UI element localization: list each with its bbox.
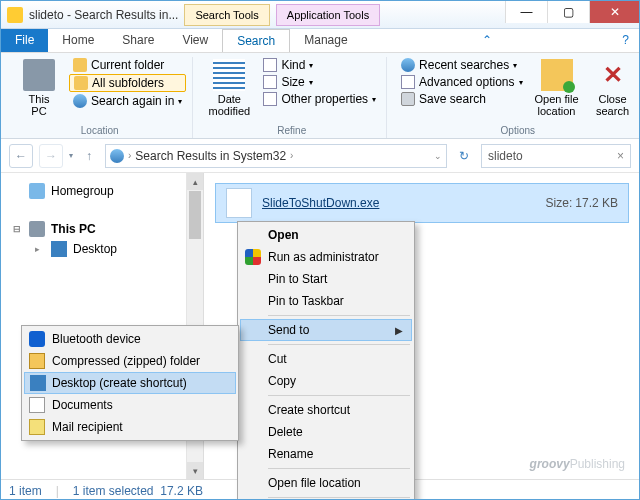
scroll-down-icon[interactable]: ▾ xyxy=(187,462,203,479)
sendto-documents[interactable]: Documents xyxy=(24,394,236,416)
ctx-divider xyxy=(268,315,410,316)
sendto-bluetooth[interactable]: Bluetooth device xyxy=(24,328,236,350)
contextual-tab-search[interactable]: Search Tools xyxy=(184,4,269,26)
file-item-selected[interactable]: SlideToShutDown.exe Size: 17.2 KB xyxy=(215,183,629,223)
refresh-button[interactable]: ↻ xyxy=(453,145,475,167)
history-dropdown-icon[interactable]: ▾ xyxy=(69,151,73,160)
nav-homegroup[interactable]: Homegroup xyxy=(11,181,182,201)
search-icon xyxy=(73,94,87,108)
ribbon: This PC Current folder All subfolders Se… xyxy=(1,53,639,139)
sendto-desktop-shortcut[interactable]: Desktop (create shortcut) xyxy=(24,372,236,394)
ctx-label: Pin to Start xyxy=(268,272,327,286)
maximize-button[interactable]: ▢ xyxy=(547,1,589,23)
ctx-run-admin[interactable]: Run as administrator xyxy=(240,246,412,268)
ctx-pin-taskbar[interactable]: Pin to Taskbar xyxy=(240,290,412,312)
minimize-button[interactable]: — xyxy=(505,1,547,23)
ctx-create-shortcut[interactable]: Create shortcut xyxy=(240,399,412,421)
ctx-label: Cut xyxy=(268,352,287,366)
ctx-pin-start[interactable]: Pin to Start xyxy=(240,268,412,290)
contextual-tab-application[interactable]: Application Tools xyxy=(276,4,380,26)
back-button[interactable]: ← xyxy=(9,144,33,168)
close-button[interactable]: ✕ xyxy=(589,1,639,23)
address-dropdown-icon[interactable]: ⌄ xyxy=(434,151,442,161)
ctx-divider xyxy=(268,497,410,498)
ctx-send-to[interactable]: Send to▶ xyxy=(240,319,412,341)
sendto-submenu: Bluetooth device Compressed (zipped) fol… xyxy=(21,325,239,441)
nav-this-pc[interactable]: ⊟This PC xyxy=(11,219,182,239)
collapse-ribbon-icon[interactable]: ⌃ xyxy=(472,29,502,52)
open-file-location-button[interactable]: Open file location xyxy=(531,57,583,119)
date-modified-label: Date modified xyxy=(209,93,251,117)
ctx-delete[interactable]: Delete xyxy=(240,421,412,443)
help-button[interactable]: ? xyxy=(612,29,639,52)
pc-icon xyxy=(23,59,55,91)
other-props-label: Other properties xyxy=(281,92,368,106)
this-pc-button[interactable]: This PC xyxy=(13,57,65,119)
tab-view[interactable]: View xyxy=(168,29,222,52)
file-menu[interactable]: File xyxy=(1,29,48,52)
desktop-icon xyxy=(51,241,67,257)
ctx-divider xyxy=(268,344,410,345)
tab-manage[interactable]: Manage xyxy=(290,29,361,52)
size-button[interactable]: Size ▾ xyxy=(259,74,380,90)
search-input[interactable]: slideto × xyxy=(481,144,631,168)
recent-searches-button[interactable]: Recent searches ▾ xyxy=(397,57,526,73)
ctx-label: Run as administrator xyxy=(268,250,379,264)
save-search-button[interactable]: Save search xyxy=(397,91,526,107)
all-subfolders-button[interactable]: All subfolders xyxy=(69,74,186,92)
kind-button[interactable]: Kind ▾ xyxy=(259,57,380,73)
ctx-label: Pin to Taskbar xyxy=(268,294,344,308)
ctx-label: Open xyxy=(268,228,299,242)
recent-icon xyxy=(401,58,415,72)
status-item-count: 1 item xyxy=(9,484,42,498)
props-icon xyxy=(263,92,277,106)
advanced-options-button[interactable]: Advanced options ▾ xyxy=(397,74,526,90)
date-modified-button[interactable]: Date modified xyxy=(203,57,255,119)
address-bar[interactable]: › Search Results in System32 › ⌄ xyxy=(105,144,447,168)
ctx-cut[interactable]: Cut xyxy=(240,348,412,370)
watermark: groovyPublishing xyxy=(530,452,625,473)
search-again-button[interactable]: Search again in ▾ xyxy=(69,93,186,109)
current-folder-button[interactable]: Current folder xyxy=(69,57,186,73)
other-props-button[interactable]: Other properties ▾ xyxy=(259,91,380,107)
close-search-button[interactable]: ✕ Close search xyxy=(587,57,639,119)
ribbon-group-refine: Date modified Kind ▾ Size ▾ Other proper… xyxy=(197,57,387,138)
forward-button[interactable]: → xyxy=(39,144,63,168)
ctx-open[interactable]: Open xyxy=(240,224,412,246)
mail-icon xyxy=(29,419,45,435)
up-button[interactable]: ↑ xyxy=(79,146,99,166)
ctx-label: Compressed (zipped) folder xyxy=(52,354,200,368)
ctx-label: Desktop (create shortcut) xyxy=(52,376,187,390)
shield-icon xyxy=(245,249,261,265)
tab-home[interactable]: Home xyxy=(48,29,108,52)
breadcrumb-sep: › xyxy=(128,150,131,161)
kind-label: Kind xyxy=(281,58,305,72)
tab-search[interactable]: Search xyxy=(222,29,290,52)
context-menu: Open Run as administrator Pin to Start P… xyxy=(237,221,415,500)
nav-desktop[interactable]: ▸Desktop xyxy=(11,239,182,259)
ribbon-tabs: File Home Share View Search Manage ⌃ ? xyxy=(1,29,639,53)
navigation-bar: ← → ▾ ↑ › Search Results in System32 › ⌄… xyxy=(1,139,639,173)
kind-icon xyxy=(263,58,277,72)
save-label: Save search xyxy=(419,92,486,106)
ctx-open-location[interactable]: Open file location xyxy=(240,472,412,494)
breadcrumb[interactable]: Search Results in System32 xyxy=(135,149,286,163)
scroll-up-icon[interactable]: ▴ xyxy=(187,173,203,190)
ctx-label: Delete xyxy=(268,425,303,439)
all-subfolders-label: All subfolders xyxy=(92,76,164,90)
scroll-thumb[interactable] xyxy=(189,191,201,239)
documents-icon xyxy=(29,397,45,413)
ctx-copy[interactable]: Copy xyxy=(240,370,412,392)
tab-share[interactable]: Share xyxy=(108,29,168,52)
recent-label: Recent searches xyxy=(419,58,509,72)
search-text: slideto xyxy=(488,149,523,163)
file-name: SlideToShutDown.exe xyxy=(262,196,536,210)
close-search-label: Close search xyxy=(596,93,629,117)
pc-icon xyxy=(29,221,45,237)
ctx-rename[interactable]: Rename xyxy=(240,443,412,465)
sendto-zip[interactable]: Compressed (zipped) folder xyxy=(24,350,236,372)
advanced-label: Advanced options xyxy=(419,75,514,89)
clear-search-icon[interactable]: × xyxy=(617,149,624,163)
zip-icon xyxy=(29,353,45,369)
sendto-mail[interactable]: Mail recipient xyxy=(24,416,236,438)
